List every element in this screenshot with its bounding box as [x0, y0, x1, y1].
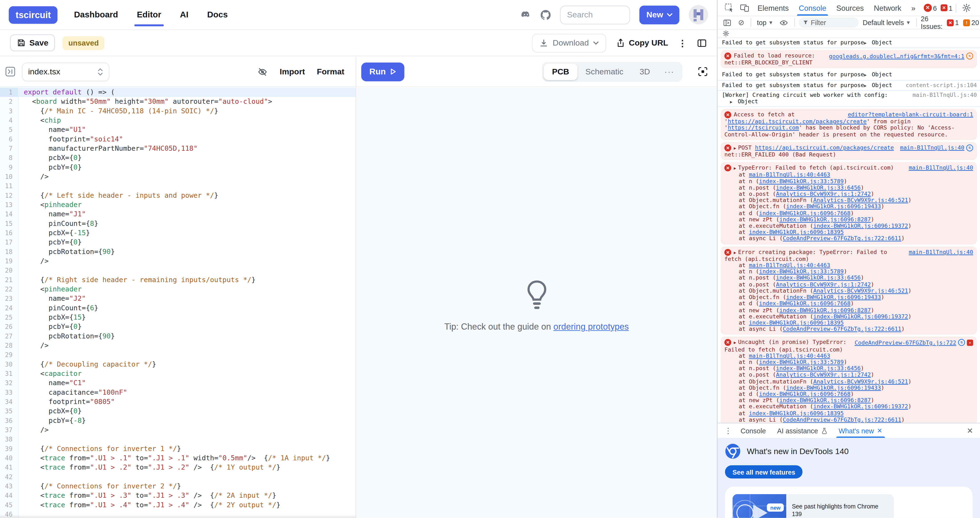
stack-link[interactable]: index-BWHG1kOR.js:6096:7668: [759, 210, 851, 216]
tab-more[interactable]: ···: [658, 64, 681, 80]
expand-icon[interactable]: ▶: [730, 99, 732, 105]
line-content[interactable]: name="U1": [19, 125, 356, 134]
more-options-icon[interactable]: ⋮: [678, 38, 687, 48]
code-line[interactable]: 18 pcbRotation={90}: [0, 247, 356, 257]
code-line[interactable]: 13 <pinheader: [0, 200, 356, 209]
code-line[interactable]: 32 name="C1": [0, 378, 356, 388]
code-line[interactable]: 1export default () => (: [0, 88, 356, 97]
console-source-link[interactable]: main-B1lTnqUl.js:40: [900, 145, 964, 151]
filter-input[interactable]: [811, 19, 854, 26]
code-line[interactable]: 20: [0, 266, 356, 275]
code-line[interactable]: 10 />: [0, 172, 356, 181]
code-line[interactable]: 44 <trace from=".U1 > .3" to=".J1 > .3" …: [0, 491, 356, 500]
tscircuit-logo[interactable]: tscircuit: [9, 6, 58, 23]
tab-3d[interactable]: 3D: [632, 64, 658, 80]
stack-link[interactable]: Analytics-BCvW9X9r.js:46:521: [813, 197, 908, 203]
code-line[interactable]: 30 {/* Decoupling capacitor */}: [0, 360, 356, 369]
stack-link[interactable]: main-B1lTnqUl.js:40:4463: [749, 262, 830, 268]
redissue-icon[interactable]: ✕: [967, 339, 973, 346]
code-line[interactable]: 14 name="J1": [0, 210, 356, 219]
line-content[interactable]: pinCount={8}: [19, 219, 356, 228]
issues-errors-badge[interactable]: ✕1: [947, 19, 959, 26]
line-content[interactable]: export default () => (: [19, 88, 356, 97]
nav-docs[interactable]: Docs: [207, 0, 228, 29]
line-content[interactable]: pcbY={0}: [19, 322, 356, 332]
line-content[interactable]: pcbX={15}: [19, 312, 356, 322]
line-content[interactable]: {/* Connections for inverter 1 */}: [19, 444, 356, 453]
code-line[interactable]: 25 pcbX={15}: [0, 312, 356, 322]
line-content[interactable]: <capacitor: [19, 369, 356, 378]
code-line[interactable]: 41 <trace from=".U1 > .2" to=".J1 > .2" …: [0, 463, 356, 472]
line-content[interactable]: footprint="soic14": [19, 134, 356, 144]
code-line[interactable]: 12 {/* Left side header - inputs and pow…: [0, 191, 356, 200]
stack-link[interactable]: index-BWHG1kOR.js:33:6456: [776, 275, 861, 281]
code-line[interactable]: 42: [0, 472, 356, 481]
line-content[interactable]: <board width="50mm" height="30mm" autoro…: [19, 97, 356, 106]
code-line[interactable]: 34 footprint="0805": [0, 397, 356, 406]
devtools-tab-network[interactable]: Network: [869, 0, 906, 16]
issues-count-badge[interactable]: ✕1: [941, 4, 953, 11]
line-content[interactable]: <trace from=".U1 > .3" to=".J1 > .3" /> …: [19, 491, 356, 500]
highlight-item[interactable]: new See past highlights from Chrome 139: [733, 494, 894, 518]
code-line[interactable]: 5 name="U1": [0, 125, 356, 134]
console-source-link[interactable]: content-script.js:104: [906, 82, 977, 88]
line-content[interactable]: {/* Decoupling capacitor */}: [19, 360, 356, 369]
bluecircle-icon[interactable]: ⇅: [958, 339, 965, 346]
code-line[interactable]: 7 manufacturerPartNumber="74HC05D,118": [0, 144, 356, 153]
line-content[interactable]: name="J1": [19, 210, 356, 219]
console-link[interactable]: https://api.tscircuit.com/packages/creat…: [728, 118, 867, 124]
file-select[interactable]: index.tsx: [22, 62, 110, 81]
code-line[interactable]: 39 {/* Connections for inverter 1 */}: [0, 444, 356, 453]
code-line[interactable]: 22 <pinheader: [0, 285, 356, 294]
devtools-tab-elements[interactable]: Elements: [753, 0, 793, 16]
sidebar-toggle-icon[interactable]: [5, 66, 16, 77]
context-selector[interactable]: top▼: [755, 19, 775, 26]
console-source-link[interactable]: main-B1lTnqUl.js:40: [909, 164, 973, 171]
nav-dashboard[interactable]: Dashboard: [74, 0, 118, 29]
line-content[interactable]: capacitance="100nF": [19, 388, 356, 397]
stack-link[interactable]: CodeAndPreview-67FGZbTg.js:722:6611: [783, 416, 901, 422]
stack-link[interactable]: index-BWHG1kOR.js:6096:19433: [786, 294, 881, 300]
expand-icon[interactable]: ▶: [734, 340, 736, 346]
line-content[interactable]: pcbY={0}: [19, 238, 356, 247]
line-content[interactable]: />: [19, 425, 356, 435]
expand-icon[interactable]: ▶: [734, 165, 736, 172]
devtools-menu-icon[interactable]: ⋮: [975, 3, 980, 12]
stack-link[interactable]: index-BWHG1kOR.js:6096:7668: [759, 391, 851, 397]
drawer-close-icon[interactable]: ✕: [964, 426, 977, 435]
line-content[interactable]: />: [19, 257, 356, 266]
stack-link[interactable]: index-BWHG1kOR.js:33:6456: [776, 365, 861, 371]
ordering-prototypes-link[interactable]: ordering prototypes: [554, 322, 629, 332]
code-line[interactable]: 27 pcbRotation={90}: [0, 332, 356, 341]
line-content[interactable]: [19, 435, 356, 444]
line-content[interactable]: />: [19, 341, 356, 350]
inspect-element-icon[interactable]: [722, 3, 736, 13]
code-line[interactable]: 45 <trace from=".U1 > .4" to=".J1 > .4" …: [0, 500, 356, 510]
line-content[interactable]: [19, 182, 356, 191]
code-line[interactable]: 29: [0, 350, 356, 360]
code-line[interactable]: 3 {/* Main IC - 74HC05D,118 (14-pin SOIC…: [0, 106, 356, 116]
expand-icon[interactable]: ▶: [734, 145, 736, 151]
adblock-icon[interactable]: ⇅: [966, 53, 973, 60]
stack-link[interactable]: main-B1lTnqUl.js:40:4463: [749, 352, 830, 359]
stack-link[interactable]: CodeAndPreview-67FGZbTg.js:722:6611: [783, 235, 901, 242]
console-source-link[interactable]: editor?template=blank-circuit-board:1: [848, 112, 973, 118]
close-tab-icon[interactable]: ✕: [877, 427, 882, 434]
code-line[interactable]: 36 pcbY={-8}: [0, 416, 356, 425]
settings-gear-icon[interactable]: [959, 3, 974, 13]
code-line[interactable]: 9 pcbY={0}: [0, 163, 356, 172]
line-content[interactable]: pcbX={-15}: [19, 228, 356, 237]
code-line[interactable]: 38: [0, 435, 356, 444]
line-content[interactable]: />: [19, 172, 356, 181]
line-content[interactable]: [19, 266, 356, 275]
save-button[interactable]: Save: [10, 34, 55, 51]
stack-link[interactable]: CodeAndPreview-67FGZbTg.js:722:6611: [783, 326, 901, 332]
code-line[interactable]: 11: [0, 182, 356, 191]
console-link[interactable]: https://tscircuit.com: [728, 125, 799, 131]
stack-link[interactable]: index-BWHG1kOR.js:6096:19372: [813, 313, 908, 319]
code-line[interactable]: 37 />: [0, 425, 356, 435]
console-source-link[interactable]: main-B1lTnqUl.js:40: [913, 92, 977, 98]
line-content[interactable]: pcbX={0}: [19, 153, 356, 163]
format-button[interactable]: Format: [317, 67, 344, 77]
stack-link[interactable]: index-BWHG1kOR.js:6096:7668: [759, 301, 851, 307]
